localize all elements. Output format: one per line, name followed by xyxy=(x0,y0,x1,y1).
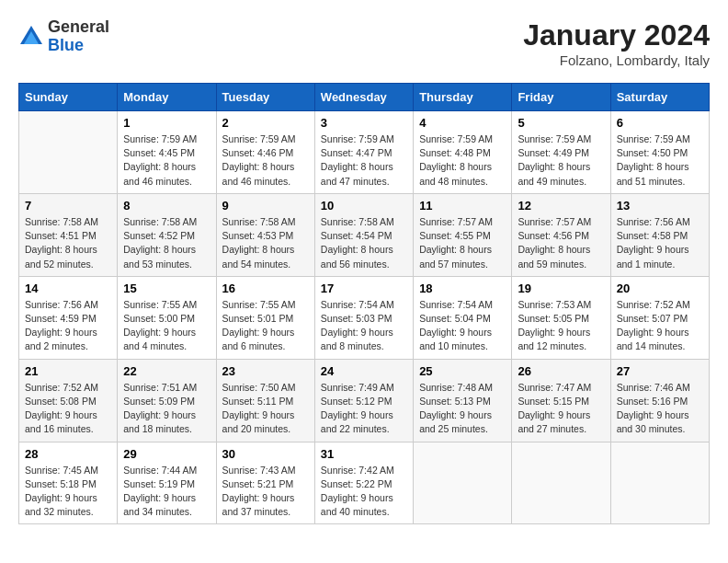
day-number: 2 xyxy=(222,116,309,130)
calendar-cell: 1Sunrise: 7:59 AM Sunset: 4:45 PM Daylig… xyxy=(118,111,216,194)
calendar-cell: 19Sunrise: 7:53 AM Sunset: 5:05 PM Dayli… xyxy=(512,276,610,359)
day-of-week-header: Tuesday xyxy=(216,84,314,111)
day-number: 9 xyxy=(222,199,309,213)
day-number: 7 xyxy=(25,199,111,213)
day-number: 30 xyxy=(222,447,309,461)
calendar-cell: 13Sunrise: 7:56 AM Sunset: 4:58 PM Dayli… xyxy=(610,193,709,276)
calendar-header-row: SundayMondayTuesdayWednesdayThursdayFrid… xyxy=(19,84,710,111)
day-number: 11 xyxy=(419,199,506,213)
calendar-cell xyxy=(19,111,118,194)
day-info: Sunrise: 7:55 AM Sunset: 5:01 PM Dayligh… xyxy=(222,298,309,354)
day-info: Sunrise: 7:42 AM Sunset: 5:22 PM Dayligh… xyxy=(321,464,407,520)
calendar-cell: 5Sunrise: 7:59 AM Sunset: 4:49 PM Daylig… xyxy=(512,111,610,194)
logo: General Blue xyxy=(18,18,109,55)
day-info: Sunrise: 7:58 AM Sunset: 4:54 PM Dayligh… xyxy=(321,215,407,271)
calendar-cell: 20Sunrise: 7:52 AM Sunset: 5:07 PM Dayli… xyxy=(610,276,709,359)
day-info: Sunrise: 7:59 AM Sunset: 4:47 PM Dayligh… xyxy=(321,132,407,189)
day-of-week-header: Saturday xyxy=(610,84,709,111)
day-info: Sunrise: 7:58 AM Sunset: 4:51 PM Dayligh… xyxy=(25,215,111,271)
calendar-cell: 30Sunrise: 7:43 AM Sunset: 5:21 PM Dayli… xyxy=(216,442,314,524)
calendar-cell xyxy=(512,442,610,524)
location: Folzano, Lombardy, Italy xyxy=(523,52,710,68)
day-info: Sunrise: 7:57 AM Sunset: 4:56 PM Dayligh… xyxy=(518,215,604,271)
day-number: 21 xyxy=(25,364,111,378)
day-number: 8 xyxy=(123,199,210,213)
page-header: General Blue January 2024 Folzano, Lomba… xyxy=(18,18,710,68)
day-number: 3 xyxy=(321,116,407,130)
day-info: Sunrise: 7:52 AM Sunset: 5:08 PM Dayligh… xyxy=(25,381,111,437)
calendar-cell: 8Sunrise: 7:58 AM Sunset: 4:52 PM Daylig… xyxy=(118,193,216,276)
calendar-table: SundayMondayTuesdayWednesdayThursdayFrid… xyxy=(18,83,710,524)
day-number: 26 xyxy=(518,364,604,378)
day-info: Sunrise: 7:49 AM Sunset: 5:12 PM Dayligh… xyxy=(321,381,407,437)
day-info: Sunrise: 7:55 AM Sunset: 5:00 PM Dayligh… xyxy=(123,298,210,354)
day-number: 18 xyxy=(419,282,506,295)
day-number: 12 xyxy=(518,199,604,213)
calendar-cell: 11Sunrise: 7:57 AM Sunset: 4:55 PM Dayli… xyxy=(414,193,512,276)
calendar-cell: 6Sunrise: 7:59 AM Sunset: 4:50 PM Daylig… xyxy=(610,111,709,194)
day-number: 17 xyxy=(321,282,407,295)
day-number: 14 xyxy=(25,282,111,295)
day-number: 28 xyxy=(25,447,111,461)
day-info: Sunrise: 7:59 AM Sunset: 4:46 PM Dayligh… xyxy=(222,132,309,189)
day-of-week-header: Friday xyxy=(512,84,610,111)
day-number: 10 xyxy=(321,199,407,213)
calendar-cell: 26Sunrise: 7:47 AM Sunset: 5:15 PM Dayli… xyxy=(512,359,610,442)
day-number: 16 xyxy=(222,282,309,295)
day-info: Sunrise: 7:59 AM Sunset: 4:48 PM Dayligh… xyxy=(419,132,506,189)
day-info: Sunrise: 7:57 AM Sunset: 4:55 PM Dayligh… xyxy=(419,215,506,271)
day-info: Sunrise: 7:54 AM Sunset: 5:03 PM Dayligh… xyxy=(321,298,407,354)
calendar-cell: 14Sunrise: 7:56 AM Sunset: 4:59 PM Dayli… xyxy=(19,276,118,359)
calendar-cell: 18Sunrise: 7:54 AM Sunset: 5:04 PM Dayli… xyxy=(414,276,512,359)
day-info: Sunrise: 7:50 AM Sunset: 5:11 PM Dayligh… xyxy=(222,381,309,437)
calendar-cell: 10Sunrise: 7:58 AM Sunset: 4:54 PM Dayli… xyxy=(314,193,413,276)
day-number: 19 xyxy=(518,282,604,295)
calendar-week-row: 21Sunrise: 7:52 AM Sunset: 5:08 PM Dayli… xyxy=(19,359,710,442)
day-of-week-header: Wednesday xyxy=(314,84,413,111)
day-of-week-header: Thursday xyxy=(414,84,512,111)
calendar-week-row: 14Sunrise: 7:56 AM Sunset: 4:59 PM Dayli… xyxy=(19,276,710,359)
calendar-cell: 17Sunrise: 7:54 AM Sunset: 5:03 PM Dayli… xyxy=(314,276,413,359)
day-number: 15 xyxy=(123,282,210,295)
day-info: Sunrise: 7:53 AM Sunset: 5:05 PM Dayligh… xyxy=(518,298,604,354)
day-number: 23 xyxy=(222,364,309,378)
day-info: Sunrise: 7:54 AM Sunset: 5:04 PM Dayligh… xyxy=(419,298,506,354)
calendar-cell: 25Sunrise: 7:48 AM Sunset: 5:13 PM Dayli… xyxy=(414,359,512,442)
calendar-cell: 23Sunrise: 7:50 AM Sunset: 5:11 PM Dayli… xyxy=(216,359,314,442)
day-info: Sunrise: 7:56 AM Sunset: 4:58 PM Dayligh… xyxy=(617,215,703,271)
title-block: January 2024 Folzano, Lombardy, Italy xyxy=(523,18,710,68)
calendar-cell: 29Sunrise: 7:44 AM Sunset: 5:19 PM Dayli… xyxy=(118,442,216,524)
day-of-week-header: Monday xyxy=(118,84,216,111)
day-info: Sunrise: 7:52 AM Sunset: 5:07 PM Dayligh… xyxy=(617,298,703,354)
day-info: Sunrise: 7:59 AM Sunset: 4:50 PM Dayligh… xyxy=(617,132,703,189)
day-number: 6 xyxy=(617,116,703,130)
calendar-cell: 15Sunrise: 7:55 AM Sunset: 5:00 PM Dayli… xyxy=(118,276,216,359)
calendar-cell: 4Sunrise: 7:59 AM Sunset: 4:48 PM Daylig… xyxy=(414,111,512,194)
calendar-cell: 16Sunrise: 7:55 AM Sunset: 5:01 PM Dayli… xyxy=(216,276,314,359)
calendar-cell xyxy=(414,442,512,524)
calendar-cell: 7Sunrise: 7:58 AM Sunset: 4:51 PM Daylig… xyxy=(19,193,118,276)
day-number: 4 xyxy=(419,116,506,130)
day-info: Sunrise: 7:56 AM Sunset: 4:59 PM Dayligh… xyxy=(25,298,111,354)
day-info: Sunrise: 7:58 AM Sunset: 4:53 PM Dayligh… xyxy=(222,215,309,271)
calendar-cell: 27Sunrise: 7:46 AM Sunset: 5:16 PM Dayli… xyxy=(610,359,709,442)
day-number: 13 xyxy=(617,199,703,213)
day-info: Sunrise: 7:58 AM Sunset: 4:52 PM Dayligh… xyxy=(123,215,210,271)
calendar-cell: 28Sunrise: 7:45 AM Sunset: 5:18 PM Dayli… xyxy=(19,442,118,524)
day-number: 22 xyxy=(123,364,210,378)
day-info: Sunrise: 7:51 AM Sunset: 5:09 PM Dayligh… xyxy=(123,381,210,437)
calendar-cell: 21Sunrise: 7:52 AM Sunset: 5:08 PM Dayli… xyxy=(19,359,118,442)
logo-text: General Blue xyxy=(48,18,109,55)
day-info: Sunrise: 7:59 AM Sunset: 4:45 PM Dayligh… xyxy=(123,132,210,189)
calendar-cell: 12Sunrise: 7:57 AM Sunset: 4:56 PM Dayli… xyxy=(512,193,610,276)
day-number: 25 xyxy=(419,364,506,378)
day-info: Sunrise: 7:46 AM Sunset: 5:16 PM Dayligh… xyxy=(617,381,703,437)
day-number: 24 xyxy=(321,364,407,378)
day-info: Sunrise: 7:45 AM Sunset: 5:18 PM Dayligh… xyxy=(25,464,111,520)
day-info: Sunrise: 7:47 AM Sunset: 5:15 PM Dayligh… xyxy=(518,381,604,437)
calendar-cell xyxy=(610,442,709,524)
day-info: Sunrise: 7:44 AM Sunset: 5:19 PM Dayligh… xyxy=(123,464,210,520)
logo-icon xyxy=(18,24,44,50)
calendar-cell: 24Sunrise: 7:49 AM Sunset: 5:12 PM Dayli… xyxy=(314,359,413,442)
calendar-cell: 31Sunrise: 7:42 AM Sunset: 5:22 PM Dayli… xyxy=(314,442,413,524)
